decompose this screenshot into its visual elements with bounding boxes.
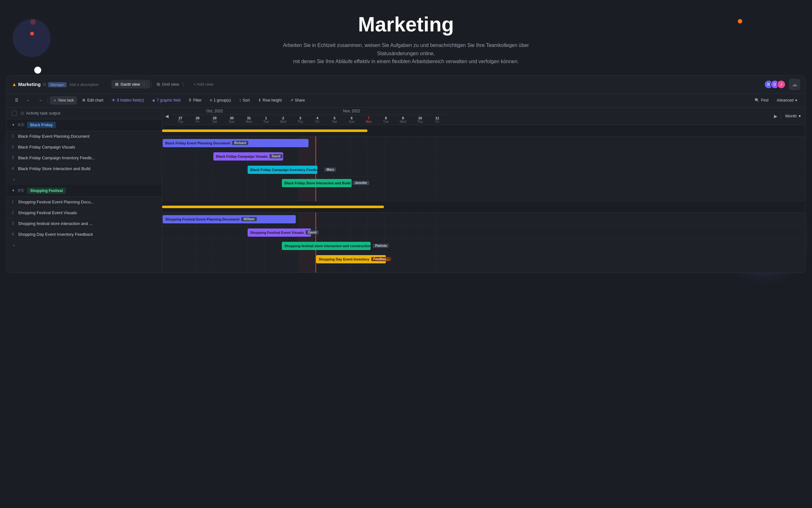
month-selector[interactable]: Month ▾ xyxy=(780,111,805,121)
star-icon[interactable]: ☆ xyxy=(42,82,47,87)
gantt-task-row[interactable]: Black Friday Campaign Inventory Feedback… xyxy=(162,163,805,176)
edit-chart-button[interactable]: ⚙ Edit chart xyxy=(79,96,106,104)
advanced-button[interactable]: Advanced ▾ xyxy=(774,96,800,104)
day-cell: 30Sun xyxy=(223,115,240,125)
day-cell: 6Sun xyxy=(343,115,360,125)
gantt-task-row[interactable]: Black Friday Store Interaction and Build… xyxy=(162,176,805,190)
undo-button[interactable]: ← xyxy=(23,96,34,104)
new-task-button[interactable]: ＋ New task xyxy=(50,96,77,105)
gantt-bar-bf-1[interactable]: Black Friday Event Planning Document Ric… xyxy=(163,139,308,147)
task-row[interactable]: 2 Black Friday Campaign Visuals xyxy=(7,142,162,153)
gantt-bar-sf-3[interactable]: Shopping festival store interaction and … xyxy=(282,242,371,250)
settings-icon: ⚙ xyxy=(82,98,86,102)
gantt-task-row[interactable]: Shopping Festival Event Planning Documen… xyxy=(162,213,805,226)
task-list-panel: ⊡ Activity task output ▼ 类型 Black Friday… xyxy=(7,108,162,272)
hidden-fields-button[interactable]: 👁 8 hidden field(s) xyxy=(108,96,147,104)
add-task-shopping[interactable]: ＋ xyxy=(7,240,162,251)
gantt-inner: ◀ Oct, 2022 27Thu 28Fri 29Sat 30Sun 31Mo… xyxy=(162,108,805,272)
gantt-task-row[interactable]: Black Friday Campaign Visuals David xyxy=(162,150,805,163)
gantt-rows: Black Friday Event Planning Document Ric… xyxy=(162,125,805,272)
gantt-group-bar-sf xyxy=(162,206,384,208)
share-button[interactable]: ↗ Share xyxy=(287,96,308,104)
task-row[interactable]: 4 Black Friday Store Interaction and Bui… xyxy=(7,163,162,174)
menu-icon: ☰ xyxy=(15,98,18,102)
day-cell: 3Thu xyxy=(292,115,309,125)
task-row[interactable]: 3 Shopping festival store interaction an… xyxy=(7,218,162,229)
cloud-sync-button[interactable]: ☁ xyxy=(789,79,800,90)
nav-next-button[interactable]: ▶ xyxy=(771,111,780,122)
project-name: Marketing xyxy=(18,82,41,87)
gantt-task-row[interactable]: Shopping Day Event Inventory Feedbac... xyxy=(162,253,805,266)
gantt-task-row[interactable]: Shopping Festival Event Visuals David xyxy=(162,226,805,239)
avatar-3: J xyxy=(777,80,786,89)
group-tag-black-friday: Black Friday xyxy=(27,122,56,128)
chevron-down-icon: ▾ xyxy=(795,98,797,102)
day-cell: 4Fri xyxy=(309,115,326,125)
months-container: Oct, 2022 27Thu 28Fri 29Sat 30Sun 31Mon xyxy=(172,108,771,125)
gantt-task-row[interactable]: Black Friday Event Planning Document Ric… xyxy=(162,136,805,150)
day-cell: 8Tue xyxy=(377,115,394,125)
days-nov: 1Tue 2Wed 3Thu 4Fri 5Sat 6Sun 7Mon 8Tue … xyxy=(257,115,446,125)
menu-button[interactable]: ☰ xyxy=(12,96,21,104)
sort-icon: ↕ xyxy=(239,98,241,102)
redo-button[interactable]: → xyxy=(36,96,46,104)
col-title: ⊡ Activity task output xyxy=(20,111,60,116)
undo-icon: ← xyxy=(27,98,31,102)
toolbar-divider-1 xyxy=(48,97,48,103)
row-height-button[interactable]: ⇕ Row height xyxy=(255,96,285,104)
main-content: ⊡ Activity task output ▼ 类型 Black Friday… xyxy=(7,108,805,272)
group-tag-shopping: Shopping Festival xyxy=(27,187,66,194)
add-task-black-friday[interactable]: ＋ xyxy=(7,174,162,185)
group-label-1: 类型 xyxy=(17,123,25,127)
gantt-bar-sf-4[interactable]: Shopping Day Event Inventory Feedbac... xyxy=(316,255,386,263)
day-cell: 1Tue xyxy=(257,115,275,125)
filter-icon: ⊽ xyxy=(189,98,192,102)
group-header-shopping[interactable]: ▼ 类型 Shopping Festival xyxy=(7,185,162,197)
month-oct: Oct, 2022 27Thu 28Fri 29Sat 30Sun 31Mon xyxy=(172,108,257,125)
nav-prev-button[interactable]: ◀ xyxy=(162,111,172,122)
gantt-task-row[interactable]: Shopping festival store interaction and … xyxy=(162,239,805,253)
day-cell: 2Wed xyxy=(275,115,292,125)
gantt-bar-sf-2[interactable]: Shopping Festival Event Visuals David xyxy=(248,228,311,237)
day-cell: 9Wed xyxy=(394,115,412,125)
task-row[interactable]: 1 Shopping Festival Event Planning Docu.… xyxy=(7,197,162,208)
task-row[interactable]: 4 Shopping Day Event Inventory Feedback xyxy=(7,229,162,240)
column-header: ⊡ Activity task output xyxy=(7,108,162,119)
add-description[interactable]: Add a description xyxy=(69,83,99,87)
grid-options-icon[interactable]: ⋮ xyxy=(181,82,185,87)
chart-icon: ◈ xyxy=(152,98,155,102)
task-row[interactable]: 1 Black Friday Event Planning Document xyxy=(7,131,162,142)
sort-button[interactable]: ↕ Sort xyxy=(236,96,253,104)
day-cell: 5Sat xyxy=(326,115,343,125)
gantt-add-row-bf xyxy=(162,190,805,201)
add-view-button[interactable]: + Add view xyxy=(190,80,217,88)
task-row[interactable]: 3 Black Friday Campaign Inventory Feedb.… xyxy=(7,153,162,163)
group-header-black-friday[interactable]: ▼ 类型 Black Friday xyxy=(7,119,162,131)
share-icon: ↗ xyxy=(290,98,293,102)
month-nov: Nov, 2022 1Tue 2Wed 3Thu 4Fri 5Sat 6Sun … xyxy=(257,108,446,125)
chevron-down-icon: ▾ xyxy=(799,114,801,118)
gantt-bar-bf-3[interactable]: Black Friday Campaign Inventory Feedback… xyxy=(248,166,317,174)
gantt-bar-sf-1[interactable]: Shopping Festival Event Planning Documen… xyxy=(163,215,296,223)
find-button[interactable]: 🔍 Find xyxy=(752,96,771,104)
collapse-icon-1: ▼ xyxy=(12,123,15,127)
tab-grid[interactable]: ⊞ Grid view ⋮ xyxy=(153,80,189,88)
tab-gantt[interactable]: ⊞ Gantt view ⋮ xyxy=(111,80,150,88)
filter-button[interactable]: ⊽ Filter xyxy=(186,96,205,104)
manager-badge: Manager xyxy=(48,82,66,87)
day-cell-today: 7Mon xyxy=(360,115,377,125)
plus-icon: ＋ xyxy=(53,98,57,103)
graphic-field-button[interactable]: ◈ 7 graphic field xyxy=(149,96,184,104)
day-cell: 29Sat xyxy=(206,115,223,125)
header-right: R D J ☁ xyxy=(764,79,800,90)
activity-icon: ⊡ xyxy=(20,111,24,116)
redo-icon: → xyxy=(39,98,43,102)
gantt-group-row-bf xyxy=(162,125,805,136)
gantt-bar-bf-2[interactable]: Black Friday Campaign Visuals David xyxy=(213,152,283,161)
select-all-checkbox[interactable] xyxy=(12,111,17,116)
view-tabs: ⊞ Gantt view ⋮ ⊞ Grid view ⋮ + Add view xyxy=(111,80,217,88)
gantt-options-icon[interactable]: ⋮ xyxy=(142,82,146,87)
group-button[interactable]: ≡ 1 group(s) xyxy=(207,96,234,104)
gantt-bar-bf-4[interactable]: Black Friday Store Interaction and Build… xyxy=(282,179,352,187)
task-row[interactable]: 2 Shopping Festival Event Visuals xyxy=(7,208,162,218)
